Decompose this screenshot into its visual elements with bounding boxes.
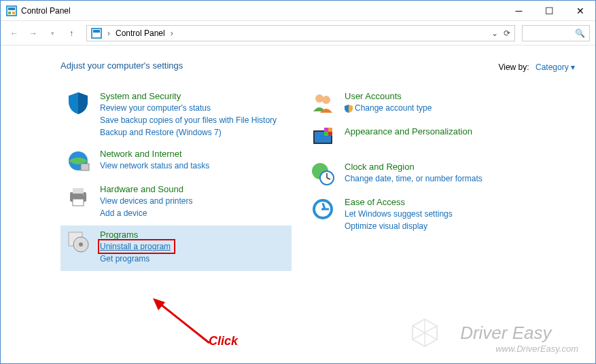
svg-point-18 [322, 96, 330, 104]
view-by-selector[interactable]: View by: Category ▾ [498, 62, 575, 72]
watermark-title: Driver Easy [460, 323, 578, 344]
right-column: User Accounts Change account type Appear… [305, 87, 536, 271]
category-network-internet[interactable]: Network and Internet View network status… [60, 145, 292, 180]
svg-point-31 [321, 208, 324, 211]
printer-icon [66, 184, 90, 208]
svg-rect-23 [324, 132, 328, 136]
svg-rect-21 [324, 128, 328, 132]
monitor-icon [311, 126, 335, 151]
users-icon [311, 91, 335, 115]
category-link[interactable]: View network status and tasks [100, 160, 209, 171]
up-button[interactable]: ↑ [63, 25, 80, 41]
category-hardware-sound[interactable]: Hardware and Sound View devices and prin… [60, 180, 292, 225]
category-system-security[interactable]: System and Security Review your computer… [60, 87, 292, 145]
address-bar[interactable]: › Control Panel › ⌄ ⟳ [86, 25, 515, 41]
svg-rect-2 [8, 7, 15, 10]
category-programs[interactable]: Programs Uninstall a program Get program… [60, 225, 292, 271]
category-link[interactable]: Get programs [100, 253, 173, 264]
clock-globe-icon [311, 162, 335, 186]
category-link[interactable]: Optimize visual display [345, 221, 453, 232]
svg-rect-11 [73, 188, 84, 194]
watermark-icon [410, 318, 440, 348]
window-controls: ─ ☐ ✕ [504, 1, 595, 20]
category-title[interactable]: Clock and Region [345, 162, 483, 172]
control-panel-window: Control Panel ─ ☐ ✕ ← → ▾ ↑ › Control Pa… [0, 0, 596, 364]
shield-icon [66, 91, 90, 115]
category-link[interactable]: Backup and Restore (Windows 7) [100, 127, 277, 138]
category-user-accounts[interactable]: User Accounts Change account type [305, 87, 536, 122]
left-column: System and Security Review your computer… [60, 87, 292, 271]
breadcrumb-icon [91, 28, 102, 39]
category-link[interactable]: Review your computer's status [100, 103, 277, 113]
annotation-label: Click [209, 334, 238, 348]
svg-rect-24 [328, 132, 332, 136]
navigation-row: ← → ▾ ↑ › Control Panel › ⌄ ⟳ 🔍 [1, 21, 595, 46]
back-button[interactable]: ← [6, 25, 22, 41]
uninstall-program-link[interactable]: Uninstall a program [100, 241, 173, 252]
category-clock-region[interactable]: Clock and Region Change date, time, or n… [305, 158, 536, 193]
maximize-button[interactable]: ☐ [534, 1, 565, 20]
watermark-url: www.DriverEasy.com [495, 344, 578, 354]
svg-point-13 [83, 194, 85, 196]
watermark: Driver Easy www.DriverEasy.com [460, 323, 578, 354]
category-appearance[interactable]: Appearance and Personalization [305, 122, 536, 158]
uac-shield-icon [345, 105, 353, 113]
category-link[interactable]: View devices and printers [100, 196, 193, 206]
refresh-button[interactable]: ⟳ [501, 29, 513, 38]
category-title[interactable]: Appearance and Personalization [345, 126, 472, 136]
breadcrumb-root[interactable]: Control Panel [113, 29, 168, 38]
address-dropdown[interactable]: ⌄ [489, 29, 501, 38]
titlebar: Control Panel ─ ☐ ✕ [1, 1, 595, 21]
viewby-value[interactable]: Category ▾ [536, 62, 575, 72]
recent-dropdown[interactable]: ▾ [44, 25, 60, 41]
svg-rect-3 [8, 12, 11, 14]
forward-button[interactable]: → [25, 25, 41, 41]
content-area: Adjust your computer's settings View by:… [1, 46, 595, 363]
category-link[interactable]: Save backup copies of your files with Fi… [100, 115, 277, 126]
close-button[interactable]: ✕ [565, 1, 595, 20]
minimize-button[interactable]: ─ [504, 1, 534, 20]
svg-line-32 [160, 304, 209, 343]
breadcrumb-sep: › [168, 29, 176, 38]
category-title[interactable]: Ease of Access [345, 197, 453, 207]
category-title[interactable]: Network and Internet [100, 149, 209, 159]
category-title[interactable]: System and Security [100, 91, 277, 101]
svg-marker-33 [153, 298, 165, 310]
globe-icon [66, 149, 90, 173]
svg-point-16 [79, 242, 83, 247]
svg-rect-4 [12, 12, 15, 14]
viewby-label: View by: [498, 62, 529, 72]
category-link[interactable]: Change account type [345, 103, 432, 113]
ease-access-icon [311, 197, 335, 221]
category-title[interactable]: User Accounts [345, 91, 432, 101]
category-title[interactable]: Hardware and Sound [100, 184, 193, 194]
category-title[interactable]: Programs [100, 230, 173, 240]
svg-rect-22 [328, 128, 332, 132]
search-input[interactable]: 🔍 [522, 25, 590, 41]
window-title: Control Panel [21, 6, 504, 16]
category-link[interactable]: Let Windows suggest settings [345, 208, 453, 219]
control-panel-icon [6, 5, 17, 16]
category-link[interactable]: Change date, time, or number formats [345, 173, 483, 184]
search-icon: 🔍 [575, 29, 585, 38]
programs-icon [66, 230, 90, 254]
svg-rect-7 [93, 30, 100, 33]
category-link[interactable]: Add a device [100, 208, 193, 219]
svg-rect-9 [81, 164, 89, 170]
category-ease-of-access[interactable]: Ease of Access Let Windows suggest setti… [305, 193, 536, 238]
svg-point-17 [315, 94, 323, 103]
breadcrumb-sep: › [105, 29, 113, 38]
svg-rect-12 [73, 199, 84, 206]
